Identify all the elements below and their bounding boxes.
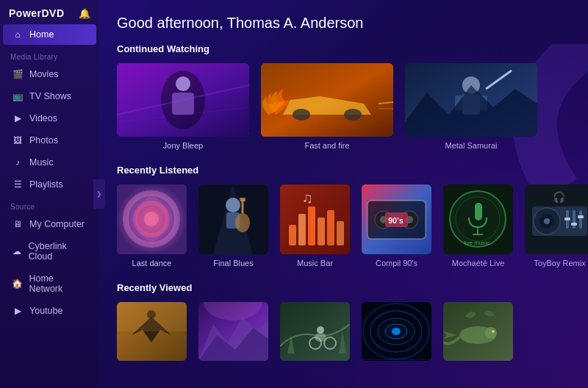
card-toyboy[interactable]: 🎧 ToyBoy Remix <box>525 184 588 267</box>
svg-point-82 <box>492 330 495 333</box>
svg-rect-31 <box>318 218 325 245</box>
network-icon: 🏠 <box>12 279 23 289</box>
card-mochate[interactable]: live music Mochaété Live <box>443 184 513 267</box>
svg-rect-58 <box>564 218 570 220</box>
section-title-viewed: Recently Viewed <box>117 282 570 293</box>
svg-point-8 <box>344 109 362 121</box>
main-content: Good afternoon, Thomas A. Anderson Conti… <box>99 0 588 388</box>
card-nature[interactable] <box>443 302 513 361</box>
svg-point-68 <box>317 326 324 334</box>
svg-point-7 <box>293 109 310 121</box>
sidebar-label-music: Music <box>29 157 54 168</box>
section-title-watching: Continued Watching <box>117 43 570 54</box>
movies-icon: 🎬 <box>12 69 24 79</box>
sidebar-item-videos[interactable]: ▶ Videos <box>3 108 96 129</box>
card-eagle[interactable] <box>117 302 187 361</box>
sidebar-item-movies[interactable]: 🎬 Movies <box>3 64 96 85</box>
sidebar-label-home: Home <box>29 29 54 40</box>
svg-rect-64 <box>117 302 187 331</box>
thumb-lastdance <box>117 184 187 254</box>
sidebar-item-mycomputer[interactable]: 🖥 My Computer <box>3 214 96 234</box>
sidebar-item-cyberlink[interactable]: ☁ Cyberlink Cloud <box>3 236 96 267</box>
svg-text:🎧: 🎧 <box>553 191 566 204</box>
sidebar-label-youtube: Youtube <box>29 306 62 316</box>
label-jony: Jony Bleep <box>163 141 203 150</box>
label-finalblues: Final Blues <box>213 259 253 267</box>
label-compil90: Compil 90's <box>376 259 417 267</box>
svg-point-54 <box>544 218 550 224</box>
label-toyboy: ToyBoy Remix <box>534 259 585 267</box>
computer-icon: 🖥 <box>12 219 24 229</box>
sidebar-item-music[interactable]: ♪ Music <box>3 152 96 173</box>
thumb-finalblues <box>198 184 268 254</box>
sidebar-item-youtube[interactable]: ▶ Youtube <box>3 301 96 321</box>
svg-rect-56 <box>573 210 576 229</box>
svg-rect-28 <box>289 225 296 245</box>
label-lastdance: Last dance <box>132 259 172 267</box>
collapse-icon: ❯ <box>96 190 102 198</box>
thumb-compil90: 90's <box>362 184 431 254</box>
cloud-icon: ☁ <box>12 246 23 256</box>
svg-rect-30 <box>308 206 315 245</box>
thumb-toyboy: 🎧 <box>525 184 588 254</box>
svg-rect-33 <box>337 221 344 245</box>
thumb-musicbar: ♫ <box>280 184 350 254</box>
svg-text:♫: ♫ <box>302 190 313 206</box>
thumb-tunnel <box>362 302 431 361</box>
thumb-mochate: live music <box>443 184 513 254</box>
svg-rect-32 <box>327 210 334 245</box>
svg-point-77 <box>392 328 401 335</box>
card-finalblues[interactable]: Final Blues <box>198 184 268 267</box>
card-jony[interactable]: Jony Bleep <box>117 63 249 150</box>
thumb-eagle <box>117 302 187 361</box>
sidebar-section-library: Media Library <box>0 46 99 63</box>
sidebar-label-mycomputer: My Computer <box>29 219 85 229</box>
playlists-icon: ☰ <box>12 179 24 190</box>
youtube-icon: ▶ <box>12 306 24 316</box>
photos-icon: 🖼 <box>12 135 24 146</box>
music-icon: ♪ <box>12 157 24 168</box>
svg-rect-29 <box>298 214 306 245</box>
thumb-mountains <box>198 302 268 361</box>
label-musicbar: Music Bar <box>297 259 333 267</box>
sidebar-label-movies: Movies <box>29 69 59 79</box>
thumb-nature <box>443 302 513 361</box>
app-title: PowerDVD <box>9 7 65 19</box>
card-tunnel[interactable] <box>362 302 431 361</box>
thumb-fast <box>261 63 393 137</box>
videos-icon: ▶ <box>12 113 24 123</box>
sidebar-label-homenetwork: Home Network <box>29 273 87 294</box>
card-biker[interactable] <box>280 302 350 361</box>
sidebar-item-homenetwork[interactable]: 🏠 Home Network <box>3 268 96 299</box>
card-mountains[interactable] <box>198 302 268 361</box>
sidebar-section-source: Source <box>0 195 99 213</box>
svg-rect-26 <box>240 198 245 201</box>
continued-watching-row: Jony Bleep <box>117 63 570 150</box>
svg-text:live music: live music <box>464 240 490 246</box>
sidebar-item-photos[interactable]: 🖼 Photos <box>3 130 96 151</box>
recently-listened-row: Last dance <box>117 184 570 267</box>
card-lastdance[interactable]: Last dance <box>117 184 187 267</box>
sidebar-label-playlists: Playlists <box>29 179 63 190</box>
card-compil90[interactable]: 90's Compil 90's <box>362 184 431 267</box>
svg-text:90's: 90's <box>388 216 404 225</box>
greeting-text: Good afternoon, Thomas A. Anderson <box>117 15 570 32</box>
svg-rect-46 <box>475 203 482 220</box>
section-title-listened: Recently Listened <box>117 165 570 176</box>
card-fast[interactable]: Fast and fire <box>261 63 393 150</box>
sidebar-item-home[interactable]: ⌂ Home <box>3 24 96 45</box>
sidebar-item-tvshows[interactable]: 📺 TV Shows <box>3 86 96 107</box>
thumb-biker <box>280 302 350 361</box>
sidebar-collapse-button[interactable]: ❯ <box>93 179 105 209</box>
card-musicbar[interactable]: ♫ Music Bar <box>280 184 350 267</box>
svg-point-81 <box>485 327 497 339</box>
sidebar-item-playlists[interactable]: ☰ Playlists <box>3 174 96 195</box>
card-metal[interactable]: Metal Samurai <box>405 63 537 150</box>
svg-rect-3 <box>172 93 194 115</box>
notification-bell[interactable]: 🔔 <box>79 8 90 19</box>
svg-rect-59 <box>571 223 577 226</box>
sidebar-label-photos: Photos <box>29 135 58 146</box>
sidebar-label-videos: Videos <box>29 113 57 123</box>
thumb-jony <box>117 63 249 137</box>
thumb-metal <box>405 63 537 137</box>
